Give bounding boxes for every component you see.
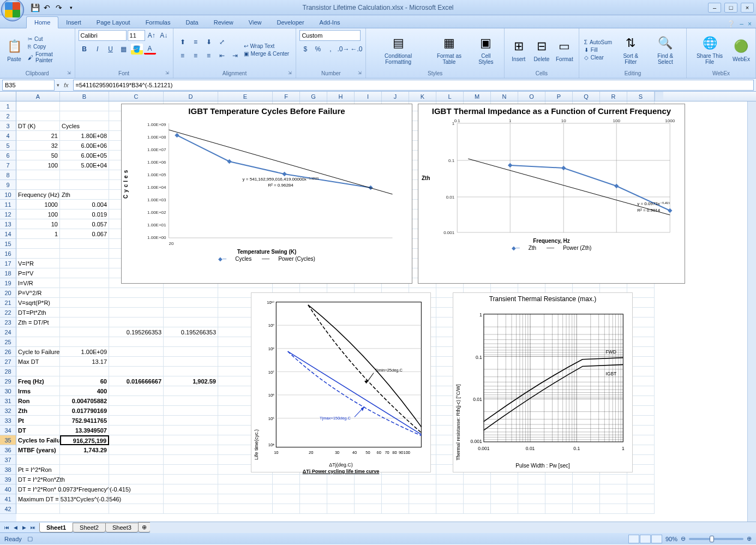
font-size-combo[interactable] <box>128 30 145 41</box>
cell-B19[interactable] <box>60 278 109 288</box>
cell-B25[interactable] <box>60 337 109 347</box>
cell-A15[interactable] <box>16 239 60 249</box>
cell-B36[interactable]: 1,743.29 <box>60 445 109 455</box>
paste-button[interactable]: 📋 Paste <box>3 37 25 63</box>
row-header-11[interactable]: 11 <box>0 200 16 209</box>
align-top-icon[interactable]: ⬆ <box>177 37 189 47</box>
fill-button[interactable]: ⬇Fill <box>583 46 614 53</box>
chart-igbt-zth[interactable]: IGBT Thermal Impedance as a Function of … <box>418 104 685 284</box>
cell-N41[interactable] <box>491 494 518 504</box>
view-page-layout-icon[interactable] <box>640 535 651 543</box>
row-header-4[interactable]: 4 <box>0 131 16 141</box>
cell-H42[interactable] <box>327 504 355 514</box>
cell-L41[interactable] <box>436 494 464 504</box>
cell-C34[interactable] <box>109 426 164 435</box>
cell-S42[interactable] <box>627 504 655 514</box>
zoom-slider[interactable] <box>689 538 743 540</box>
row-header-7[interactable]: 7 <box>0 160 16 170</box>
cell-P39[interactable] <box>545 475 573 484</box>
cell-F41[interactable] <box>273 494 300 504</box>
clear-button[interactable]: ◇Clear <box>583 54 614 61</box>
sheet-tab-3[interactable]: Sheet3 <box>105 523 139 532</box>
cell-B27[interactable]: 13.17 <box>60 357 109 367</box>
col-header-C[interactable]: C <box>109 92 164 101</box>
cell-R39[interactable] <box>600 475 627 484</box>
col-header-J[interactable]: J <box>382 92 409 101</box>
cell-B31[interactable]: 0.004705882 <box>60 396 109 406</box>
cell-P41[interactable] <box>545 494 573 504</box>
cell-D42[interactable] <box>164 504 218 514</box>
cell-A20[interactable]: P=V^2/R <box>16 288 60 298</box>
row-header-23[interactable]: 23 <box>0 318 16 327</box>
zoom-in-icon[interactable]: ⊕ <box>747 535 752 542</box>
row-header-33[interactable]: 33 <box>0 416 16 426</box>
cell-A4[interactable]: 21 <box>16 131 60 141</box>
cell-B35[interactable]: 916,275,199 <box>60 435 109 445</box>
cell-A39[interactable]: DT = I^2*Ron*Zth <box>16 475 60 484</box>
row-header-15[interactable]: 15 <box>0 239 16 249</box>
cell-A1[interactable] <box>16 101 60 111</box>
col-header-A[interactable]: A <box>16 92 60 101</box>
row-header-19[interactable]: 19 <box>0 278 16 288</box>
horizontal-scrollbar[interactable] <box>150 522 756 533</box>
cell-C37[interactable] <box>109 455 164 465</box>
cell-B11[interactable]: 0.004 <box>60 200 109 209</box>
cell-D41[interactable] <box>164 494 218 504</box>
row-header-22[interactable]: 22 <box>0 308 16 318</box>
conditional-formatting-button[interactable]: ▤Conditional Formatting <box>369 33 427 66</box>
alignment-dialog-icon[interactable]: ⇲ <box>288 70 295 77</box>
sheet-first-icon[interactable]: ⏮ <box>2 525 11 530</box>
cell-A19[interactable]: I=V/R <box>16 278 60 288</box>
row-header-26[interactable]: 26 <box>0 347 16 357</box>
row-header-31[interactable]: 31 <box>0 396 16 406</box>
cell-C25[interactable] <box>109 337 164 347</box>
cell-B23[interactable] <box>60 318 109 327</box>
chart-igbt-cycles[interactable]: IGBT Temperature Cycles Before Failure C… <box>121 104 412 284</box>
cell-B30[interactable]: 400 <box>60 386 109 396</box>
cell-B13[interactable]: 0.057 <box>60 219 109 229</box>
sheet-prev-icon[interactable]: ◀ <box>11 525 20 530</box>
find-select-button[interactable]: 🔍Find & Select <box>647 33 683 66</box>
col-header-L[interactable]: L <box>436 92 464 101</box>
tab-review[interactable]: Review <box>206 17 241 28</box>
cell-N39[interactable] <box>491 475 518 484</box>
cell-A3[interactable]: DT (K) <box>16 121 60 131</box>
cell-D35[interactable] <box>164 435 218 445</box>
macro-record-icon[interactable]: ▢ <box>27 535 33 542</box>
copy-button[interactable]: ⎘Copy <box>26 43 71 50</box>
cell-I42[interactable] <box>355 504 382 514</box>
percent-icon[interactable]: % <box>312 44 323 55</box>
cell-N40[interactable] <box>491 484 518 494</box>
dec-decimal-icon[interactable]: ←.0 <box>350 44 362 55</box>
cell-D29[interactable]: 1,902.59 <box>164 376 218 386</box>
number-format-combo[interactable] <box>299 30 361 41</box>
format-as-table-button[interactable]: ▦Format as Table <box>428 33 470 66</box>
col-header-O[interactable]: O <box>518 92 545 101</box>
cell-D38[interactable] <box>164 465 218 475</box>
cell-D22[interactable] <box>164 308 218 318</box>
row-header-14[interactable]: 14 <box>0 229 16 239</box>
help-icon[interactable]: ❔ <box>727 20 735 28</box>
cell-B22[interactable] <box>60 308 109 318</box>
cell-K40[interactable] <box>409 484 436 494</box>
col-header-E[interactable]: E <box>218 92 273 101</box>
row-header-28[interactable]: 28 <box>0 367 16 376</box>
cell-L39[interactable] <box>436 475 464 484</box>
cell-F39[interactable] <box>273 475 300 484</box>
tab-page-layout[interactable]: Page Layout <box>89 17 138 28</box>
cell-J41[interactable] <box>382 494 409 504</box>
cell-Q40[interactable] <box>573 484 600 494</box>
cell-D40[interactable] <box>164 484 218 494</box>
cell-C31[interactable] <box>109 396 164 406</box>
cell-G40[interactable] <box>300 484 327 494</box>
name-box-dropdown-icon[interactable]: ▾ <box>57 82 59 88</box>
name-box[interactable] <box>2 80 55 91</box>
col-header-S[interactable]: S <box>627 92 655 101</box>
cell-A31[interactable]: Ron <box>16 396 60 406</box>
cell-H41[interactable] <box>327 494 355 504</box>
cell-C22[interactable] <box>109 308 164 318</box>
bold-button[interactable]: B <box>79 44 91 55</box>
col-header-G[interactable]: G <box>300 92 327 101</box>
cell-B4[interactable]: 1.80E+08 <box>60 131 109 141</box>
cell-A13[interactable]: 10 <box>16 219 60 229</box>
